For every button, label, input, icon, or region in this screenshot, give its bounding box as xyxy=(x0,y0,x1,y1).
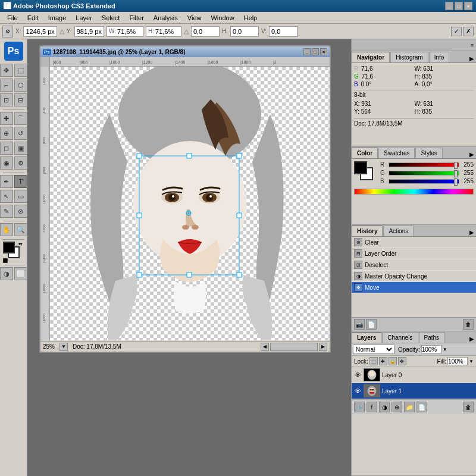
tool-quick-selection[interactable]: ⬡ xyxy=(14,79,27,92)
menu-window[interactable]: Window xyxy=(206,13,239,23)
panels-collapse-btn[interactable]: ≡ xyxy=(471,42,474,48)
tool-lasso[interactable]: ⌐ xyxy=(0,79,13,92)
history-new-doc-btn[interactable]: 📄 xyxy=(366,319,377,330)
foreground-background-colors[interactable]: ⇆ xyxy=(3,242,24,263)
fg-color-block[interactable] xyxy=(354,161,367,174)
tab-paths[interactable]: Paths xyxy=(419,332,445,343)
layers-panel-menu[interactable]: ▶ xyxy=(468,334,476,343)
tool-notes[interactable]: ✎ xyxy=(0,205,13,218)
color-panel-menu[interactable]: ▶ xyxy=(468,150,476,158)
tool-brush[interactable]: ⌒ xyxy=(14,112,27,125)
layer-new-btn[interactable]: 📄 xyxy=(416,402,427,412)
history-snapshot-btn[interactable]: 📷 xyxy=(354,319,365,330)
opacity-arrow[interactable]: ▼ xyxy=(443,347,447,352)
layer-0-visibility[interactable]: 👁 xyxy=(353,371,362,379)
doc-restore[interactable]: □ xyxy=(312,48,319,55)
layer-style-btn[interactable]: f xyxy=(367,402,377,412)
cancel-button[interactable]: ✗ xyxy=(463,27,474,36)
tool-gradient[interactable]: ▣ xyxy=(14,142,27,155)
tool-healing[interactable]: ✚ xyxy=(0,112,13,125)
opacity-input[interactable] xyxy=(421,345,441,353)
history-panel-menu[interactable]: ▶ xyxy=(468,228,476,236)
history-delete-btn[interactable]: 🗑 xyxy=(463,319,474,330)
scroll-right-btn[interactable]: ▶ xyxy=(319,343,327,351)
tab-layers[interactable]: Layers xyxy=(352,332,381,343)
tool-slice[interactable]: ⊟ xyxy=(14,93,27,107)
tab-color[interactable]: Color xyxy=(352,148,378,158)
lock-position-btn[interactable]: ✚ xyxy=(379,357,387,365)
tool-screen-mode[interactable]: ⬜ xyxy=(14,267,27,280)
reset-colors-icon[interactable] xyxy=(3,258,8,263)
lock-all-btn[interactable]: 🔒 xyxy=(389,357,397,365)
tool-marquee[interactable]: ⬚ xyxy=(14,64,27,77)
tool-hand[interactable]: ✋ xyxy=(0,223,13,236)
lock-move-btn[interactable]: ✥ xyxy=(398,357,406,365)
status-info-btn[interactable]: ▼ xyxy=(60,343,68,351)
layer-row-1[interactable]: 👁 Layer 1 xyxy=(352,383,476,399)
tab-swatches[interactable]: Swatches xyxy=(378,148,415,158)
tab-histogram[interactable]: Histogram xyxy=(390,52,428,62)
tool-history-brush[interactable]: ↺ xyxy=(14,127,27,140)
tool-rectangle[interactable]: ▭ xyxy=(14,190,27,203)
foreground-color-swatch[interactable] xyxy=(3,242,15,253)
angle-value-group[interactable]: 0,0 xyxy=(191,26,220,37)
fill-input[interactable] xyxy=(447,357,468,365)
lock-pixels-btn[interactable]: ⬚ xyxy=(369,357,378,365)
color-spectrum[interactable] xyxy=(354,189,474,195)
g-slider-track[interactable] xyxy=(389,171,459,176)
r-slider-thumb[interactable] xyxy=(454,162,458,169)
navigator-panel-menu[interactable]: ▶ xyxy=(468,54,476,62)
menu-select[interactable]: Select xyxy=(97,13,125,23)
blend-mode-select[interactable]: Normal Dissolve Multiply Screen xyxy=(353,345,394,354)
menu-image[interactable]: Image xyxy=(43,13,71,23)
tab-info[interactable]: Info xyxy=(429,52,450,62)
tab-actions[interactable]: Actions xyxy=(383,226,414,236)
maximize-button[interactable]: □ xyxy=(455,2,463,10)
scroll-left-btn[interactable]: ◀ xyxy=(261,343,269,351)
tool-dodge[interactable]: ⚙ xyxy=(14,156,27,170)
canvas-content[interactable] xyxy=(50,67,330,340)
y-value-group[interactable]: 981,9 px xyxy=(74,26,104,37)
tab-channels[interactable]: Channels xyxy=(382,332,418,343)
tool-quick-mask[interactable]: ◑ xyxy=(0,267,13,280)
menu-analysis[interactable]: Analysis xyxy=(149,13,183,23)
tool-eyedropper[interactable]: ⊘ xyxy=(14,205,27,218)
w-value-group[interactable]: W: 71,6% xyxy=(107,26,143,37)
doc-close[interactable]: × xyxy=(320,48,327,55)
menu-file[interactable]: File xyxy=(2,13,23,23)
layer-1-visibility[interactable]: 👁 xyxy=(353,387,362,395)
tool-zoom[interactable]: 🔍 xyxy=(14,223,27,236)
g-slider-thumb[interactable] xyxy=(454,170,458,177)
r-slider-track[interactable] xyxy=(389,162,459,167)
layer-row-0[interactable]: 👁 Layer 0 xyxy=(352,367,476,383)
layer-adjustment-btn[interactable]: ⊕ xyxy=(392,402,402,412)
color-fg-bg-swatches[interactable] xyxy=(354,161,375,183)
tool-text[interactable]: T xyxy=(14,175,27,188)
history-item-layer-order[interactable]: ⊟ Layer Order xyxy=(352,248,476,259)
tool-blur[interactable]: ◉ xyxy=(0,156,13,170)
layer-mask-btn[interactable]: ◑ xyxy=(379,402,390,412)
history-item-opacity[interactable]: ◑ Master Opacity Change xyxy=(352,271,476,282)
h-value-group[interactable]: H: 71,6% xyxy=(146,26,181,37)
x-value-group[interactable]: 1246,5 px xyxy=(23,26,57,37)
layer-group-btn[interactable]: 📁 xyxy=(404,402,415,412)
tool-crop[interactable]: ⊡ xyxy=(0,93,13,107)
doc-minimize[interactable]: _ xyxy=(303,48,311,55)
canvas-area[interactable]: Ps 1287108_11914435.jpg @ 25% (Layer 1, … xyxy=(27,39,351,476)
tool-pen[interactable]: ✒ xyxy=(0,175,13,188)
close-button[interactable]: × xyxy=(464,2,472,10)
layer-delete-btn[interactable]: 🗑 xyxy=(463,402,474,412)
scroll-h-track[interactable] xyxy=(270,343,318,351)
menu-view[interactable]: View xyxy=(183,13,206,23)
menu-filter[interactable]: Filter xyxy=(124,13,148,23)
b-slider-thumb[interactable] xyxy=(454,178,458,186)
b-slider-track[interactable] xyxy=(389,179,459,184)
tool-path-selection[interactable]: ↖ xyxy=(0,190,13,203)
history-item-deselect[interactable]: ⊡ Deselect xyxy=(352,259,476,271)
menu-layer[interactable]: Layer xyxy=(71,13,97,23)
history-item-move[interactable]: ✥ Move xyxy=(352,282,476,293)
tab-styles[interactable]: Styles xyxy=(415,148,442,158)
menu-help[interactable]: Help xyxy=(239,13,262,23)
layer-link-btn[interactable]: 🔗 xyxy=(354,402,365,412)
h2-value-group[interactable]: 0,0 xyxy=(230,26,259,37)
